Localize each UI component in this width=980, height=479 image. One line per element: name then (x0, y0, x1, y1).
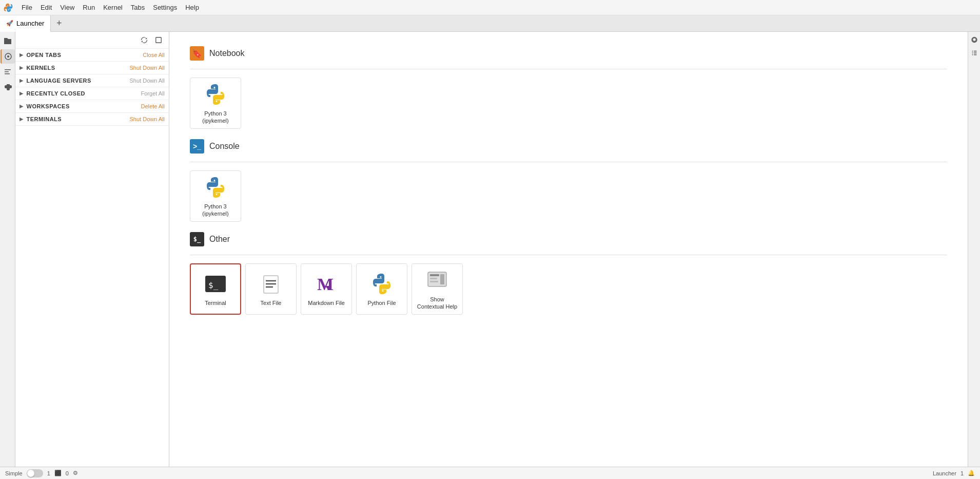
menubar: File Edit View Run Kernel Tabs Settings … (0, 0, 980, 15)
language-servers-header-left: ▶ LANGUAGE SERVERS (19, 78, 91, 84)
menu-run[interactable]: Run (79, 3, 99, 12)
right-property-icon[interactable] (969, 47, 980, 59)
refresh-button[interactable] (138, 34, 150, 46)
language-servers-section: ▶ LANGUAGE SERVERS Shut Down All (15, 74, 169, 87)
workspaces-label: WORKSPACES (27, 103, 70, 109)
terminals-header-left: ▶ TERMINALS (19, 116, 62, 122)
console-python3-card[interactable]: Python 3(ipykernel) (190, 170, 241, 222)
statusbar-right: Launcher 1 🔔 (933, 470, 975, 476)
recently-closed-header[interactable]: ▶ RECENTLY CLOSED Forget All (15, 87, 169, 100)
terminal-card-icon: $_ (203, 272, 228, 296)
notebook-python3-icon (203, 82, 228, 107)
terminals-label: TERMINALS (27, 116, 62, 122)
sidebar-icon-strip (0, 32, 15, 467)
workspaces-header[interactable]: ▶ WORKSPACES Delete All (15, 100, 169, 112)
open-tabs-label: OPEN TABS (27, 52, 62, 58)
console-section-icon: >_ (190, 139, 204, 154)
sidebar-icon-running[interactable] (1, 49, 15, 64)
svg-point-1 (7, 55, 9, 58)
recently-closed-action[interactable]: Forget All (141, 90, 165, 97)
sidebar-icon-extensions[interactable] (1, 80, 15, 94)
terminals-header[interactable]: ▶ TERMINALS Shut Down All (15, 113, 169, 125)
text-file-card[interactable]: Text File (245, 263, 297, 315)
menu-settings[interactable]: Settings (149, 3, 181, 12)
open-tabs-action[interactable]: Close All (143, 52, 165, 58)
menu-edit[interactable]: Edit (36, 3, 56, 12)
svg-rect-14 (430, 274, 439, 276)
language-servers-action[interactable]: Shut Down All (130, 78, 165, 84)
other-section-label: Other (209, 235, 230, 244)
recently-closed-arrow: ▶ (19, 91, 24, 96)
status-gear-icon[interactable]: ⚙ (73, 470, 78, 476)
menu-file[interactable]: File (17, 3, 36, 12)
notebook-section-icon: 🔖 (190, 46, 204, 61)
svg-rect-15 (430, 278, 437, 279)
sidebar-icon-files[interactable] (1, 34, 15, 48)
toggle-knob (27, 470, 34, 477)
right-settings-icon[interactable] (969, 34, 980, 45)
contextual-help-card-label: Show Contextual Help (416, 296, 458, 311)
menu-help[interactable]: Help (181, 3, 203, 12)
panel-toolbar (15, 32, 169, 49)
other-section-title: $_ Other (190, 232, 947, 246)
notebook-python3-card[interactable]: Python 3(ipykernel) (190, 78, 241, 129)
other-section-icon: $_ (190, 232, 204, 246)
console-python3-label: Python 3(ipykernel) (202, 203, 228, 218)
text-file-card-icon (259, 272, 283, 296)
terminal-card[interactable]: $_ Terminal (190, 263, 241, 315)
kernels-action[interactable]: Shut Down All (130, 65, 165, 71)
recently-closed-header-left: ▶ RECENTLY CLOSED (19, 90, 85, 97)
menu-tabs[interactable]: Tabs (127, 3, 149, 12)
main-layout: ▶ OPEN TABS Close All ▶ KERNELS Shut Dow… (0, 32, 980, 467)
console-python3-icon (203, 175, 228, 200)
language-servers-header[interactable]: ▶ LANGUAGE SERVERS Shut Down All (15, 74, 169, 87)
svg-rect-3 (5, 71, 9, 72)
python-file-card-label: Python File (367, 299, 396, 306)
language-servers-arrow: ▶ (19, 78, 24, 83)
menu-kernel[interactable]: Kernel (99, 3, 127, 12)
simple-mode-toggle[interactable] (27, 469, 43, 477)
running-sessions-panel: ▶ OPEN TABS Close All ▶ KERNELS Shut Dow… (15, 32, 169, 467)
contextual-help-card[interactable]: Show Contextual Help (411, 263, 463, 315)
console-section-label: Console (209, 142, 240, 151)
app-logo (2, 2, 14, 14)
terminals-action[interactable]: Shut Down All (130, 116, 165, 122)
notebook-python3-label: Python 3(ipykernel) (202, 110, 228, 125)
new-tab-button[interactable]: + (51, 15, 67, 32)
right-icon-strip (968, 32, 980, 467)
notification-icon[interactable]: 🔔 (968, 470, 975, 476)
python-file-card[interactable]: Python File (356, 263, 407, 315)
kernels-header[interactable]: ▶ KERNELS Shut Down All (15, 62, 169, 74)
launcher-status-count: 1 (961, 470, 964, 476)
workspaces-arrow: ▶ (19, 104, 24, 109)
contextual-help-card-icon (425, 268, 449, 293)
other-card-grid: $_ Terminal Text File (190, 263, 947, 315)
markdown-file-card[interactable]: M Markdown File (301, 263, 352, 315)
terminals-section: ▶ TERMINALS Shut Down All (15, 113, 169, 126)
tab-launcher[interactable]: 🚀 Launcher (0, 15, 51, 32)
console-divider (190, 162, 947, 162)
open-tabs-header[interactable]: ▶ OPEN TABS Close All (15, 49, 169, 61)
notebook-section-title: 🔖 Notebook (190, 46, 947, 61)
new-session-button[interactable] (152, 34, 165, 46)
workspaces-action[interactable]: Delete All (141, 103, 165, 109)
console-card-grid: Python 3(ipykernel) (190, 170, 947, 222)
launcher-content: 🔖 Notebook Python 3(ipykernel) >_ (169, 32, 968, 467)
svg-text:M: M (317, 275, 334, 294)
svg-rect-2 (5, 69, 11, 70)
svg-rect-4 (5, 73, 10, 74)
workspaces-section: ▶ WORKSPACES Delete All (15, 100, 169, 113)
sidebar-icon-toc[interactable] (1, 65, 15, 79)
branch-num: 1 (47, 470, 50, 476)
terminal-card-label: Terminal (205, 299, 226, 306)
menu-view[interactable]: View (56, 3, 79, 12)
kernels-section: ▶ KERNELS Shut Down All (15, 62, 169, 74)
mode-label: Simple (5, 470, 23, 476)
markdown-file-card-icon: M (314, 272, 339, 296)
notebook-card-grid: Python 3(ipykernel) (190, 78, 947, 129)
launcher-tab-icon: 🚀 (6, 20, 13, 27)
svg-text:$_: $_ (208, 280, 219, 290)
other-divider (190, 255, 947, 255)
language-servers-label: LANGUAGE SERVERS (27, 78, 91, 84)
console-section-title: >_ Console (190, 139, 947, 154)
